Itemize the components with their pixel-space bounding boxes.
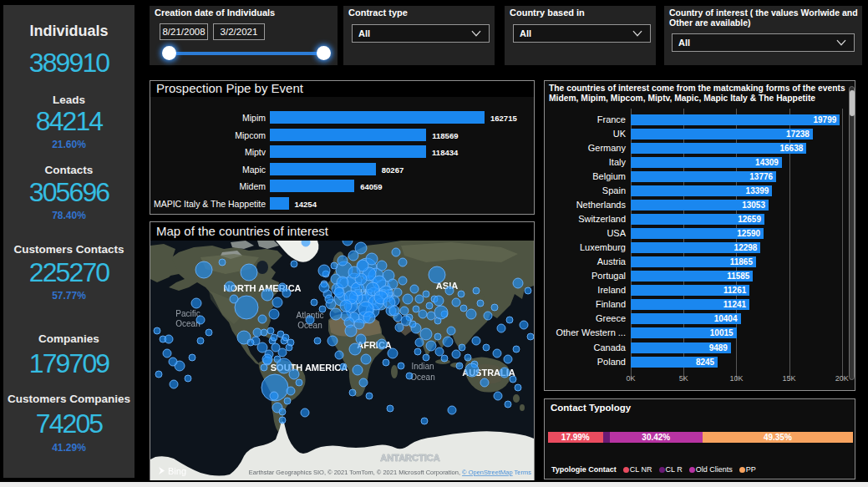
svg-text:Indian: Indian <box>411 362 434 371</box>
svg-text:Earthstar Geographics SIO, © 2: Earthstar Geographics SIO, © 2021 TomTom… <box>249 469 531 476</box>
svg-text:Bing: Bing <box>168 466 186 476</box>
svg-text:Pacific: Pacific <box>175 309 200 318</box>
svg-text:Ocean: Ocean <box>410 373 434 382</box>
svg-text:ANTARCTICA: ANTARCTICA <box>380 453 439 463</box>
